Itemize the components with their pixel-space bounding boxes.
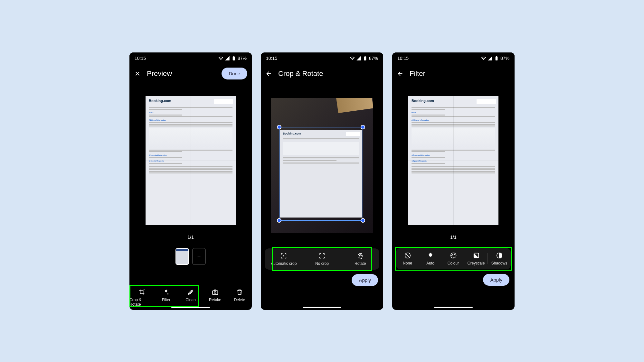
document-preview[interactable]: Booking.com PRICE Additional information… [408,96,498,225]
signal-icon [488,56,493,61]
gesture-bar[interactable] [171,307,210,308]
gesture-bar[interactable] [434,307,473,308]
option-row: Automatic crop No crop Rotate [265,248,379,270]
back-icon[interactable] [265,70,272,77]
phone-filter-screen: 10:15 87% Filter Booking.com PRICE Addit… [392,52,515,310]
status-bar: 10:15 87% [392,52,515,64]
app-bar: Crop & Rotate [261,64,383,83]
wifi-icon [481,56,486,61]
status-bar: 10:15 87% [261,52,383,64]
crop-handle-br[interactable] [361,218,365,223]
toolbar: Crop & Rotate Filter Clean Retake Delete [129,284,252,310]
add-page-button[interactable]: + [192,248,206,265]
delete-icon [236,289,243,296]
status-right: 87% [481,56,509,61]
crop-handle-tr[interactable] [361,125,365,129]
page-counter: 1/1 [187,235,194,240]
page-title: Preview [147,70,216,78]
tutorial-highlight [395,247,512,271]
phone-preview-screen: 10:15 87% Preview Done Booking.com PRICE… [129,52,252,310]
phone-crop-screen: 10:15 87% Crop & Rotate Booking.com [261,52,383,310]
battery-icon [363,56,368,61]
page-title: Filter [410,70,510,78]
option-row: None Auto Colour Greyscale Shadows [396,248,511,269]
status-battery: 87% [500,56,509,61]
tool-label: Retake [209,298,221,302]
status-right: 87% [350,56,378,61]
crop-handle-bl[interactable] [277,218,281,223]
retake-button[interactable]: Retake [203,289,227,307]
tool-label: Delete [234,298,245,302]
signal-icon [225,56,230,61]
close-icon[interactable] [134,70,141,77]
page-thumbnail[interactable] [175,248,189,265]
wifi-icon [218,56,223,61]
battery-icon [231,56,236,61]
page-counter: 1/1 [450,235,456,240]
status-bar: 10:15 87% [129,52,252,64]
page-title: Crop & Rotate [278,70,379,78]
status-time: 10:15 [397,56,409,61]
app-bar: Filter [392,64,515,83]
back-icon[interactable] [397,70,404,77]
done-button[interactable]: Done [222,68,247,79]
crop-preview[interactable]: Booking.com [271,98,373,233]
tutorial-highlight [272,247,372,271]
status-battery: 87% [369,56,378,61]
svg-rect-1 [213,291,218,294]
status-time: 10:15 [135,56,146,61]
wifi-icon [350,56,355,61]
apply-button[interactable]: Apply [483,274,509,286]
thumbnail-row: + [175,248,206,265]
status-battery: 87% [238,56,247,61]
crop-frame[interactable] [279,127,363,221]
svg-point-2 [214,292,216,293]
apply-button[interactable]: Apply [352,274,378,286]
document-preview[interactable]: Booking.com PRICE Additional information… [146,96,236,225]
delete-button[interactable]: Delete [227,289,252,307]
content-area: Booking.com PRICE Additional information… [129,83,252,310]
app-bar: Preview Done [129,64,252,83]
status-right: 87% [218,56,247,61]
gesture-bar[interactable] [303,307,341,308]
status-time: 10:15 [266,56,277,61]
content-area: Booking.com [261,83,383,310]
retake-icon [212,289,219,296]
redaction-box [214,99,233,104]
redaction-box [477,99,496,104]
crop-handle-tl[interactable] [277,125,281,129]
signal-icon [356,56,361,61]
content-area: Booking.com PRICE Additional information… [392,83,515,310]
tutorial-highlight [129,285,199,307]
battery-icon [494,56,499,61]
